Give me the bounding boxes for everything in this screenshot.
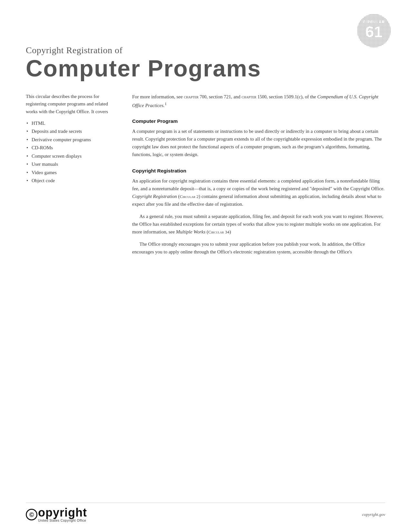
circular-badge: CIRCULAR 61: [356, 13, 392, 48]
bullet-list: HTML Deposits and trade secrets Derivati…: [26, 119, 116, 185]
copyright-registration-heading: Copyright Registration: [132, 168, 385, 174]
header-section: Copyright Registration of Computer Progr…: [26, 45, 385, 80]
computer-program-section: Computer Program A computer program is a…: [132, 118, 385, 158]
header-subtitle: Copyright Registration of: [26, 45, 385, 55]
two-column-layout: This circular describes the process for …: [26, 93, 385, 265]
chapter-1500-ref: chapter 1500: [242, 94, 267, 99]
footer-logo: © opyright United States Copyright Offic…: [26, 507, 87, 522]
copyright-logo-c: ©: [26, 509, 38, 520]
copyright-reg-para-2: As a general rule, you must submit a sep…: [132, 212, 385, 236]
copyright-word: opyright: [38, 507, 87, 518]
page-title: Computer Programs: [26, 57, 385, 80]
footer: © opyright United States Copyright Offic…: [26, 503, 385, 522]
list-item: Object code: [26, 177, 116, 185]
right-column: For more information, see chapter 700, s…: [132, 93, 385, 265]
right-intro-text: For more information, see chapter 700, s…: [132, 93, 385, 109]
chapter-700-ref: chapter 700: [184, 94, 206, 99]
list-item: HTML: [26, 119, 116, 128]
list-item: User manuals: [26, 160, 116, 169]
list-item: CD-ROMs: [26, 144, 116, 152]
badge-number: 61: [365, 23, 382, 40]
page: CIRCULAR 61 Copyright Registration of Co…: [0, 0, 411, 532]
c-circle-icon: ©: [26, 509, 37, 520]
computer-program-heading: Computer Program: [132, 118, 385, 124]
footer-logo-subtitle: United States Copyright Office: [38, 519, 87, 522]
left-column: This circular describes the process for …: [26, 93, 116, 265]
footer-logo-text: opyright United States Copyright Office: [38, 507, 87, 522]
copyright-reg-para-1: An application for copyright registratio…: [132, 177, 385, 208]
copyright-reg-para-3: The Office strongly encourages you to su…: [132, 240, 385, 256]
list-item: Computer screen displays: [26, 152, 116, 161]
copyright-registration-section: Copyright Registration An application fo…: [132, 168, 385, 256]
list-item: Video games: [26, 169, 116, 177]
intro-text: This circular describes the process for …: [26, 93, 116, 115]
list-item: Deposits and trade secrets: [26, 127, 116, 136]
footer-url: copyright.gov: [362, 512, 385, 517]
list-item: Derivative computer programs: [26, 136, 116, 144]
computer-program-text: A computer program is a set of statement…: [132, 127, 385, 158]
